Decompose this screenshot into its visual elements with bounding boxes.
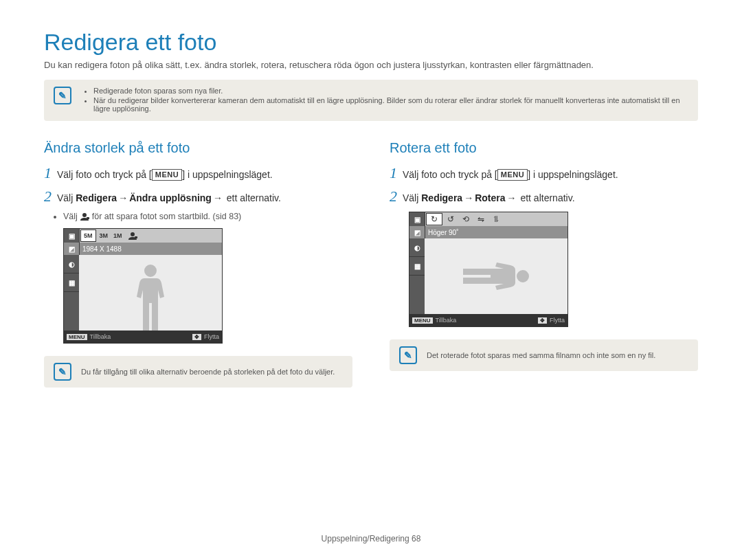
step-number: 1 bbox=[44, 166, 52, 181]
lcd-tab-icon: ▣ bbox=[409, 212, 425, 226]
flip-vertical-icon: ⥮ bbox=[488, 212, 504, 226]
subtext: Välj bbox=[63, 212, 80, 221]
lcd-side-icon: ◩ bbox=[64, 243, 80, 255]
silhouette-rotated bbox=[463, 260, 529, 292]
lcd-label-back: Tillbaka bbox=[436, 317, 457, 324]
top-note-bullet: När du redigerar bilder konvertererar ka… bbox=[93, 96, 688, 113]
step-bold: Redigera bbox=[421, 192, 462, 203]
step-text: ett alternativ. bbox=[518, 192, 575, 203]
top-note-bullet: Redigerade foton sparas som nya filer. bbox=[93, 87, 688, 95]
arrow-icon: → bbox=[506, 192, 518, 203]
resize-section: Ändra storlek på ett foto 1 Välj foto oc… bbox=[44, 140, 352, 407]
lcd-side-icon: ◩ bbox=[409, 226, 425, 238]
lcd-label-move: Flytta bbox=[550, 317, 565, 324]
section-heading: Rotera ett foto bbox=[390, 140, 698, 156]
lcd-label-move: Flytta bbox=[204, 333, 219, 340]
arrow-icon: → bbox=[462, 192, 475, 203]
page-footer: Uppspelning/Redigering 68 bbox=[0, 534, 742, 544]
lcd-key-menu: MENU bbox=[412, 317, 433, 324]
startup-image-icon bbox=[80, 212, 89, 221]
lcd-side-icon: ◐ bbox=[409, 238, 425, 257]
top-note: ✎ Redigerade foton sparas som nya filer.… bbox=[44, 80, 698, 121]
menu-key: MENU bbox=[497, 169, 528, 181]
flip-horizontal-icon: ⇋ bbox=[473, 212, 488, 226]
top-note-bullets: Redigerade foton sparas som nya filer. N… bbox=[81, 87, 688, 114]
step-number: 1 bbox=[390, 166, 397, 181]
nav-icon: ✥ bbox=[538, 317, 547, 324]
note-icon: ✎ bbox=[399, 346, 417, 364]
lcd-size-chip: 3M bbox=[97, 229, 111, 243]
step-text: ] i uppspelningsläget. bbox=[182, 169, 273, 180]
rotate-left-icon: ↺ bbox=[443, 212, 458, 226]
note-text: Det roterade fotot sparas med samma filn… bbox=[427, 351, 655, 359]
lcd-side-icon: ▦ bbox=[409, 257, 425, 276]
sub-bullet: Välj för att spara fotot som startbild. … bbox=[63, 212, 352, 221]
step-text: Välj bbox=[403, 192, 421, 203]
lcd-rotation-label: Höger 90˚ bbox=[425, 226, 458, 238]
lcd-mock-rotate: ▣ ↻ ↺ ⟲ ⇋ ⥮ ◩ Höger 90˚ ◐ ▦ bbox=[409, 212, 568, 327]
rotate-180-icon: ⟲ bbox=[458, 212, 473, 226]
menu-key: MENU bbox=[152, 169, 182, 181]
step-bold: Ändra upplösning bbox=[129, 192, 212, 203]
step-number: 2 bbox=[44, 189, 52, 204]
step-number: 2 bbox=[390, 189, 397, 204]
step-bold: Redigera bbox=[76, 192, 117, 203]
silhouette-upright bbox=[135, 265, 166, 331]
step-text: Välj foto och tryck på [ bbox=[57, 169, 152, 180]
page-subtitle: Du kan redigera foton på olika sätt, t.e… bbox=[44, 60, 698, 70]
lcd-tab-icon: ▣ bbox=[64, 229, 80, 243]
step-1: 1 Välj foto och tryck på [MENU] i uppspe… bbox=[390, 166, 698, 182]
step-1: 1 Välj foto och tryck på [MENU] i uppspe… bbox=[44, 166, 352, 182]
lcd-mock-resize: ▣ 5M 3M 1M ◩ 1984 X 1488 bbox=[63, 228, 223, 344]
step-text: ett alternativ. bbox=[224, 192, 281, 203]
subtext: för att spara fotot som startbild. (sid … bbox=[89, 212, 241, 221]
step-text: Välj bbox=[57, 192, 76, 203]
lcd-side-icon: ▦ bbox=[64, 273, 80, 292]
step-text: ] i uppspelningsläget. bbox=[528, 169, 618, 180]
step-2: 2 Välj Redigera→Ändra upplösning→ ett al… bbox=[44, 189, 352, 205]
lcd-start-icon bbox=[125, 229, 140, 243]
svg-rect-1 bbox=[135, 236, 137, 238]
resize-note: ✎ Du får tillgång till olika alternativ … bbox=[44, 356, 352, 388]
arrow-icon: → bbox=[212, 192, 224, 203]
step-text: Välj foto och tryck på [ bbox=[403, 169, 497, 180]
rotate-note: ✎ Det roterade fotot sparas med samma fi… bbox=[390, 339, 698, 371]
lcd-label-back: Tillbaka bbox=[90, 333, 111, 340]
page-title: Redigera ett foto bbox=[44, 29, 698, 56]
note-icon: ✎ bbox=[54, 363, 71, 381]
lcd-key-menu: MENU bbox=[67, 334, 87, 340]
lcd-size-chip: 1M bbox=[111, 229, 125, 243]
rotate-section: Rotera ett foto 1 Välj foto och tryck på… bbox=[390, 140, 698, 407]
lcd-side-icon: ◐ bbox=[64, 255, 80, 273]
nav-icon: ✥ bbox=[192, 334, 201, 340]
note-text: Du får tillgång till olika alternativ be… bbox=[81, 368, 335, 376]
step-bold: Rotera bbox=[475, 192, 505, 203]
rotate-right-icon: ↻ bbox=[426, 213, 442, 225]
arrow-icon: → bbox=[117, 192, 129, 203]
section-heading: Ändra storlek på ett foto bbox=[44, 140, 352, 156]
note-icon: ✎ bbox=[54, 87, 71, 104]
lcd-resolution-label: 1984 X 1488 bbox=[80, 243, 122, 255]
lcd-size-chip: 5M bbox=[80, 229, 96, 242]
step-2: 2 Välj Redigera→Rotera→ ett alternativ. bbox=[390, 189, 698, 205]
